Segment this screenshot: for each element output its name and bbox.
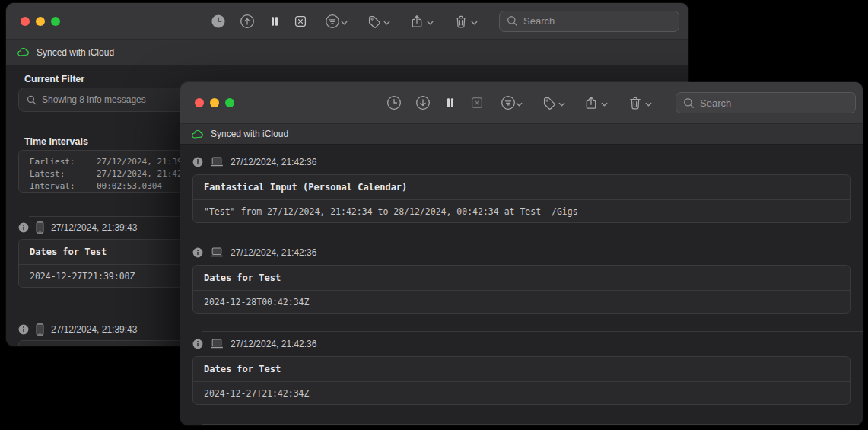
- log-card-title: Dates for Test: [193, 266, 850, 291]
- sync-status-text: Synced with iCloud: [211, 129, 288, 139]
- log-card-body: "Test" from 27/12/2024, 21:42:34 to 28/1…: [193, 200, 850, 223]
- log-window-foreground[interactable]: Search Synced with iCloud 27/12/2024, 21…: [180, 82, 863, 425]
- zoom-button[interactable]: [225, 98, 234, 107]
- laptop-icon: [210, 156, 224, 167]
- sync-statusbar: Synced with iCloud: [180, 124, 863, 145]
- current-filter-label: Current Filter: [24, 74, 84, 84]
- close-button[interactable]: [195, 98, 204, 107]
- trash-icon[interactable]: [453, 13, 469, 30]
- log-card-body: 2024-12-27T21:42:34Z: [193, 382, 850, 405]
- entry-separator: [202, 240, 863, 240]
- log-card[interactable]: Dates for Test 2024-12-28T00:42:34Z: [192, 265, 851, 314]
- info-icon: [192, 339, 203, 349]
- iphone-icon: [36, 221, 44, 234]
- info-icon: [18, 222, 29, 233]
- log-entry-header: 27/12/2024, 21:42:36: [192, 337, 316, 350]
- log-list[interactable]: 27/12/2024, 21:42:36 Fantastical Input (…: [180, 145, 863, 425]
- share-icon[interactable]: [409, 13, 425, 30]
- share-icon[interactable]: [583, 94, 599, 111]
- tag-icon[interactable]: [366, 13, 383, 30]
- search-icon: [683, 97, 695, 109]
- search-icon: [27, 95, 37, 105]
- traffic-lights: [21, 17, 60, 26]
- iphone-icon: [36, 323, 44, 336]
- cloud-icon: [191, 129, 204, 139]
- search-placeholder: Search: [700, 97, 731, 109]
- log-timestamp: 27/12/2024, 21:42:36: [231, 247, 316, 258]
- log-timestamp: 27/12/2024, 21:39:43: [51, 324, 137, 335]
- minimize-button[interactable]: [36, 17, 45, 26]
- minimize-button[interactable]: [210, 98, 219, 107]
- clear-icon[interactable]: [469, 94, 485, 111]
- search-input[interactable]: Search: [499, 11, 679, 32]
- close-button[interactable]: [21, 17, 30, 26]
- chevron-down-icon: [383, 14, 390, 28]
- traffic-lights: [195, 98, 234, 107]
- log-card-title: Dates for Test: [193, 357, 850, 382]
- laptop-icon: [210, 247, 224, 258]
- clock-icon[interactable]: [386, 94, 402, 111]
- filter-icon[interactable]: [324, 13, 341, 30]
- titlebar[interactable]: Search: [180, 82, 863, 124]
- interval-key: Earliest:: [30, 156, 97, 168]
- entry-separator: [202, 424, 863, 425]
- log-entry-header: 27/12/2024, 21:39:43: [18, 221, 137, 234]
- info-icon: [192, 247, 203, 258]
- log-timestamp: 27/12/2024, 21:42:36: [231, 157, 316, 167]
- tag-icon[interactable]: [541, 94, 558, 111]
- log-entry-header: 27/12/2024, 21:39:43: [18, 323, 137, 336]
- log-timestamp: 27/12/2024, 21:42:36: [231, 339, 316, 349]
- interval-value: 00:02:53.0304: [97, 180, 162, 193]
- filter-field-value: Showing 8 info messages: [42, 94, 146, 105]
- log-card[interactable]: Dates for Test 2024-12-27T21:42:34Z: [192, 356, 851, 405]
- chevron-down-icon: [427, 14, 434, 28]
- interval-key: Interval:: [30, 180, 97, 193]
- trash-icon[interactable]: [627, 94, 644, 111]
- sync-statusbar: Synced with iCloud: [6, 40, 688, 65]
- log-card-title: Fantastical Input (Personal Calendar): [193, 175, 850, 200]
- time-intervals-label: Time Intervals: [24, 136, 88, 147]
- search-icon: [507, 15, 518, 27]
- log-entry-header: 27/12/2024, 21:42:36: [192, 155, 316, 168]
- chevron-down-icon: [516, 97, 523, 110]
- clock-icon[interactable]: [210, 13, 227, 30]
- log-timestamp: 27/12/2024, 21:39:43: [51, 222, 137, 233]
- chevron-down-icon: [601, 97, 608, 110]
- filter-icon[interactable]: [500, 94, 517, 111]
- chevron-down-icon: [645, 97, 652, 110]
- cloud-icon: [17, 47, 30, 57]
- chevron-down-icon: [558, 97, 565, 110]
- entry-separator: [202, 331, 863, 332]
- interval-key: Latest:: [30, 168, 97, 180]
- zoom-button[interactable]: [51, 17, 60, 26]
- titlebar[interactable]: Search: [6, 3, 688, 40]
- pause-icon[interactable]: [442, 94, 459, 111]
- log-entry-header: 27/12/2024, 21:42:36: [192, 246, 316, 259]
- search-placeholder: Search: [523, 15, 555, 27]
- arrow-up-circle-icon[interactable]: [239, 13, 256, 30]
- chevron-down-icon: [341, 14, 348, 28]
- clear-icon[interactable]: [292, 13, 309, 30]
- log-card-body: 2024-12-28T00:42:34Z: [193, 291, 850, 314]
- info-icon: [18, 324, 29, 335]
- sync-status-text: Synced with iCloud: [37, 47, 114, 58]
- arrow-down-circle-icon[interactable]: [415, 94, 431, 111]
- chevron-down-icon: [471, 14, 478, 28]
- search-input[interactable]: Search: [676, 92, 856, 113]
- log-card[interactable]: Fantastical Input (Personal Calendar) "T…: [192, 174, 851, 223]
- info-icon: [192, 157, 203, 167]
- laptop-icon: [210, 338, 224, 349]
- pause-icon[interactable]: [266, 13, 283, 30]
